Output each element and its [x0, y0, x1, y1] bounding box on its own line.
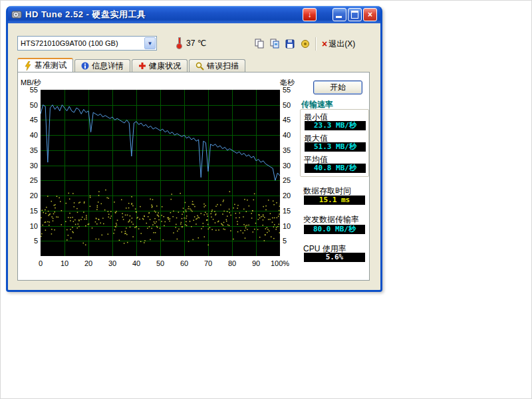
copy-image-button[interactable]: [267, 37, 282, 51]
burst-rate-value: 80.0 MB/秒: [304, 225, 365, 234]
y-tick-right: 10: [283, 222, 300, 230]
tab-label: 信息详情: [92, 61, 124, 72]
combo-arrow-icon[interactable]: ▼: [144, 37, 156, 49]
temperature-readout: 37 ℃: [186, 39, 206, 48]
x-tick: 20: [76, 259, 100, 267]
start-button[interactable]: 开始: [313, 80, 362, 94]
app-window: HD Tune 2.52 - 硬盘实用工具 ↓ × HTS721010G9AT0…: [6, 6, 382, 292]
save-icon: [285, 39, 295, 49]
copy-icon: [254, 39, 265, 49]
access-time-value: 15.1 ms: [304, 196, 365, 205]
x-tick: 80: [220, 259, 244, 267]
maximize-icon[interactable]: [348, 8, 362, 21]
y-tick-left: 55: [19, 86, 38, 94]
toolbar-separator: [315, 37, 317, 51]
y-tick-right: 30: [283, 162, 300, 170]
max-value: 51.3 MB/秒: [305, 142, 366, 152]
y-tick-left: 50: [19, 101, 38, 109]
y-tick-left: 5: [19, 237, 38, 245]
tab-label: 错误扫描: [207, 61, 239, 72]
y-tick-right: 5: [283, 237, 300, 245]
transfer-rate-group: 最小值 23.3 MB/秒 最大值 51.3 MB/秒 平均值 40.8 MB/…: [300, 109, 369, 177]
y-tick-right: 45: [283, 116, 300, 124]
x-tick: 70: [196, 259, 220, 267]
exit-label: 退出(X): [329, 39, 355, 50]
tab-bar: 基准测试 信息详情 健康状况: [17, 58, 247, 72]
y-tick-left: 35: [19, 146, 38, 154]
x-tick: 60: [172, 259, 196, 267]
y-tick-right: 40: [283, 131, 300, 139]
window-title: HD Tune 2.52 - 硬盘实用工具: [25, 9, 146, 21]
y-tick-right: 55: [283, 86, 300, 94]
toolbar: × 退出(X): [251, 37, 358, 51]
y-tick-left: 40: [19, 131, 38, 139]
results-panel: 开始 传输速率 最小值 23.3 MB/秒 最大值 51.3 MB/秒 平均值 …: [300, 72, 369, 280]
y-tick-left: 25: [19, 176, 38, 184]
x-tick: 90: [244, 259, 268, 267]
tab-health[interactable]: 健康状况: [132, 59, 188, 72]
min-value: 23.3 MB/秒: [305, 121, 366, 130]
save-button[interactable]: [282, 37, 297, 51]
info-icon: [81, 62, 89, 70]
minimize-icon[interactable]: [332, 8, 346, 21]
y-tick-right: 25: [283, 176, 300, 184]
y-tick-right: 15: [283, 207, 300, 215]
y-tick-left: 10: [19, 222, 38, 230]
options-icon: [300, 39, 311, 49]
burst-rate-label: 突发数据传输率: [303, 214, 359, 225]
close-icon[interactable]: ×: [363, 8, 377, 21]
x-tick: 50: [148, 259, 172, 267]
client-area: HTS721010G9AT00 (100 GB) ▼ 37 ℃: [8, 23, 380, 289]
tab-label: 基准测试: [35, 60, 66, 71]
y-tick-right: 20: [283, 192, 300, 200]
exit-button[interactable]: × 退出(X): [319, 37, 358, 51]
y-tick-left: 45: [19, 116, 38, 124]
tab-info[interactable]: 信息详情: [74, 59, 130, 72]
y-tick-left: 30: [19, 162, 38, 170]
download-icon[interactable]: ↓: [303, 8, 317, 21]
copy-image-icon: [269, 39, 280, 49]
drive-select-value: HTS721010G9AT00 (100 GB): [18, 39, 144, 47]
title-bar[interactable]: HD Tune 2.52 - 硬盘实用工具 ↓ ×: [8, 6, 380, 23]
drive-select[interactable]: HTS721010G9AT00 (100 GB) ▼: [17, 36, 157, 51]
x-tick: 30: [100, 259, 124, 267]
scan-icon: [196, 62, 204, 70]
cpu-usage-value: 5.6%: [304, 253, 365, 262]
avg-value: 40.8 MB/秒: [305, 164, 366, 173]
tab-benchmark[interactable]: 基准测试: [17, 58, 73, 72]
desktop: HD Tune 2.52 - 硬盘实用工具 ↓ × HTS721010G9AT0…: [0, 0, 532, 399]
x-tick: 40: [124, 259, 148, 267]
benchmark-page: MB/秒 毫秒 55555050454540403535303025252020…: [17, 72, 370, 281]
health-icon: [138, 62, 146, 70]
hdd-icon: [11, 9, 22, 20]
benchmark-icon: [24, 61, 32, 70]
y-tick-right: 50: [283, 101, 300, 109]
y-tick-left: 15: [19, 207, 38, 215]
thermometer-icon: [176, 37, 183, 49]
x-tick: 10: [53, 259, 76, 267]
options-button[interactable]: [297, 37, 313, 51]
y-tick-left: 20: [19, 192, 38, 200]
benchmark-chart: [41, 90, 280, 256]
copy-button[interactable]: [251, 37, 267, 51]
exit-icon: ×: [322, 39, 327, 49]
x-tick: 100%: [268, 259, 292, 267]
x-tick: 0: [29, 259, 53, 267]
y-tick-right: 35: [283, 146, 300, 154]
tab-error-scan[interactable]: 错误扫描: [189, 59, 245, 72]
tab-label: 健康状况: [149, 61, 181, 72]
